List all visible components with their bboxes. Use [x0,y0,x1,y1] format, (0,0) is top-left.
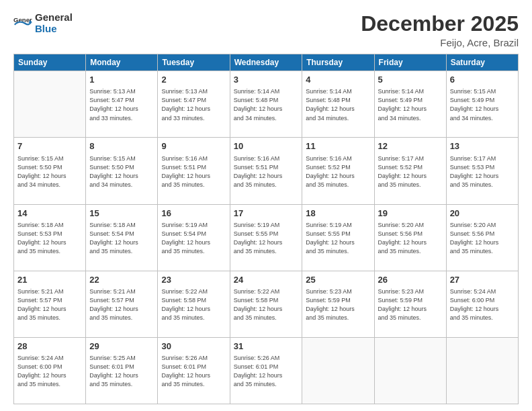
day-number: 6 [450,74,515,86]
day-number: 24 [234,274,299,286]
calendar-cell: 12Sunrise: 5:17 AM Sunset: 5:52 PM Dayli… [374,138,446,204]
calendar-cell: 17Sunrise: 5:19 AM Sunset: 5:55 PM Dayli… [230,204,302,271]
day-info: Sunrise: 5:17 AM Sunset: 5:53 PM Dayligh… [450,154,515,189]
day-info: Sunrise: 5:16 AM Sunset: 5:51 PM Dayligh… [161,154,226,189]
calendar-cell: 20Sunrise: 5:20 AM Sunset: 5:56 PM Dayli… [446,204,518,271]
calendar-cell: 15Sunrise: 5:18 AM Sunset: 5:54 PM Dayli… [86,204,158,271]
weekday-header-monday: Monday [86,54,158,71]
day-info: Sunrise: 5:16 AM Sunset: 5:51 PM Dayligh… [234,154,299,189]
day-number: 21 [17,274,82,286]
day-info: Sunrise: 5:14 AM Sunset: 5:48 PM Dayligh… [306,87,370,122]
logo: General General Blue [13,12,73,34]
day-number: 28 [17,340,82,353]
calendar-cell: 24Sunrise: 5:22 AM Sunset: 5:58 PM Dayli… [230,271,302,337]
calendar-cell: 16Sunrise: 5:19 AM Sunset: 5:54 PM Dayli… [158,204,230,271]
day-number: 17 [234,208,299,220]
weekday-header-sunday: Sunday [14,54,86,71]
weekday-header-tuesday: Tuesday [158,54,230,71]
day-info: Sunrise: 5:17 AM Sunset: 5:52 PM Dayligh… [378,154,443,189]
page: General General Blue December 2025 Feijo… [0,0,532,411]
day-info: Sunrise: 5:22 AM Sunset: 5:58 PM Dayligh… [234,287,299,322]
calendar-cell: 11Sunrise: 5:16 AM Sunset: 5:52 PM Dayli… [302,138,374,204]
calendar-cell: 30Sunrise: 5:26 AM Sunset: 6:01 PM Dayli… [158,337,230,404]
day-info: Sunrise: 5:21 AM Sunset: 5:57 PM Dayligh… [89,287,154,322]
title-block: December 2025 Feijo, Acre, Brazil [361,12,519,48]
calendar-cell [14,71,86,138]
day-info: Sunrise: 5:18 AM Sunset: 5:54 PM Dayligh… [89,221,154,256]
day-number: 26 [378,274,443,286]
logo-icon: General [13,14,32,33]
calendar-cell: 14Sunrise: 5:18 AM Sunset: 5:53 PM Dayli… [14,204,86,271]
day-number: 8 [89,140,154,152]
day-info: Sunrise: 5:22 AM Sunset: 5:58 PM Dayligh… [161,287,226,322]
day-number: 1 [89,74,154,86]
month-title: December 2025 [361,12,519,36]
calendar-cell: 1Sunrise: 5:13 AM Sunset: 5:47 PM Daylig… [86,71,158,138]
weekday-header-thursday: Thursday [302,54,374,71]
calendar-cell: 19Sunrise: 5:20 AM Sunset: 5:56 PM Dayli… [374,204,446,271]
weekday-header-friday: Friday [374,54,446,71]
day-info: Sunrise: 5:20 AM Sunset: 5:56 PM Dayligh… [450,221,515,256]
calendar-cell: 6Sunrise: 5:15 AM Sunset: 5:49 PM Daylig… [446,71,518,138]
logo-general: General [35,12,73,24]
day-number: 29 [89,340,154,353]
calendar-week-row: 14Sunrise: 5:18 AM Sunset: 5:53 PM Dayli… [14,204,519,271]
day-info: Sunrise: 5:25 AM Sunset: 6:01 PM Dayligh… [89,354,154,389]
calendar-cell: 23Sunrise: 5:22 AM Sunset: 5:58 PM Dayli… [158,271,230,337]
day-number: 19 [378,208,443,220]
day-info: Sunrise: 5:16 AM Sunset: 5:52 PM Dayligh… [306,154,370,189]
day-info: Sunrise: 5:20 AM Sunset: 5:56 PM Dayligh… [378,221,443,256]
calendar-cell: 8Sunrise: 5:15 AM Sunset: 5:50 PM Daylig… [86,138,158,204]
day-number: 13 [450,140,515,152]
day-number: 11 [306,140,370,152]
weekday-header-saturday: Saturday [446,54,518,71]
day-number: 16 [161,208,226,220]
weekday-header-wednesday: Wednesday [230,54,302,71]
day-number: 20 [450,208,515,220]
day-number: 2 [161,74,226,86]
day-number: 14 [17,208,82,220]
calendar-cell: 31Sunrise: 5:26 AM Sunset: 6:01 PM Dayli… [230,337,302,404]
calendar-cell: 18Sunrise: 5:19 AM Sunset: 5:55 PM Dayli… [302,204,374,271]
calendar-cell: 5Sunrise: 5:14 AM Sunset: 5:49 PM Daylig… [374,71,446,138]
calendar-cell: 21Sunrise: 5:21 AM Sunset: 5:57 PM Dayli… [14,271,86,337]
day-info: Sunrise: 5:18 AM Sunset: 5:53 PM Dayligh… [17,221,82,256]
calendar-header: SundayMondayTuesdayWednesdayThursdayFrid… [14,54,519,71]
calendar-cell: 28Sunrise: 5:24 AM Sunset: 6:00 PM Dayli… [14,337,86,404]
day-number: 23 [161,274,226,286]
day-number: 18 [306,208,370,220]
calendar-week-row: 1Sunrise: 5:13 AM Sunset: 5:47 PM Daylig… [14,71,519,138]
calendar-cell: 13Sunrise: 5:17 AM Sunset: 5:53 PM Dayli… [446,138,518,204]
day-info: Sunrise: 5:19 AM Sunset: 5:55 PM Dayligh… [306,221,370,256]
day-info: Sunrise: 5:24 AM Sunset: 6:00 PM Dayligh… [17,354,82,389]
calendar-cell: 26Sunrise: 5:23 AM Sunset: 5:59 PM Dayli… [374,271,446,337]
day-info: Sunrise: 5:23 AM Sunset: 5:59 PM Dayligh… [306,287,370,322]
calendar-body: 1Sunrise: 5:13 AM Sunset: 5:47 PM Daylig… [14,71,519,404]
calendar-week-row: 21Sunrise: 5:21 AM Sunset: 5:57 PM Dayli… [14,271,519,337]
calendar-week-row: 28Sunrise: 5:24 AM Sunset: 6:00 PM Dayli… [14,337,519,404]
day-info: Sunrise: 5:15 AM Sunset: 5:49 PM Dayligh… [450,87,515,122]
calendar-cell: 7Sunrise: 5:15 AM Sunset: 5:50 PM Daylig… [14,138,86,204]
day-number: 9 [161,140,226,152]
day-info: Sunrise: 5:15 AM Sunset: 5:50 PM Dayligh… [17,154,82,189]
location: Feijo, Acre, Brazil [361,37,519,48]
day-number: 25 [306,274,370,286]
day-info: Sunrise: 5:23 AM Sunset: 5:59 PM Dayligh… [378,287,443,322]
day-number: 15 [89,208,154,220]
calendar-cell: 2Sunrise: 5:13 AM Sunset: 5:47 PM Daylig… [158,71,230,138]
day-info: Sunrise: 5:19 AM Sunset: 5:55 PM Dayligh… [234,221,299,256]
weekday-header-row: SundayMondayTuesdayWednesdayThursdayFrid… [14,54,519,71]
day-info: Sunrise: 5:21 AM Sunset: 5:57 PM Dayligh… [17,287,82,322]
day-info: Sunrise: 5:26 AM Sunset: 6:01 PM Dayligh… [161,354,226,389]
calendar-cell [446,337,518,404]
day-info: Sunrise: 5:19 AM Sunset: 5:54 PM Dayligh… [161,221,226,256]
day-info: Sunrise: 5:13 AM Sunset: 5:47 PM Dayligh… [161,87,226,122]
day-number: 5 [378,74,443,86]
day-number: 27 [450,274,515,286]
calendar-week-row: 7Sunrise: 5:15 AM Sunset: 5:50 PM Daylig… [14,138,519,204]
calendar-cell: 4Sunrise: 5:14 AM Sunset: 5:48 PM Daylig… [302,71,374,138]
day-info: Sunrise: 5:26 AM Sunset: 6:01 PM Dayligh… [234,354,299,389]
logo-blue: Blue [35,24,73,35]
header: General General Blue December 2025 Feijo… [13,12,519,48]
calendar-cell [374,337,446,404]
